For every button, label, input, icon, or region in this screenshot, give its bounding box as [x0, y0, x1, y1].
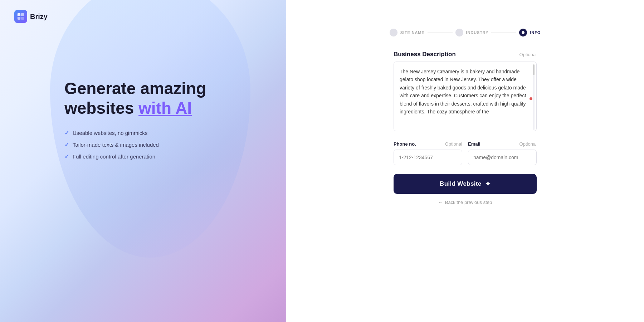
fields-row: Phone no. Optional Email Optional — [394, 141, 537, 165]
phone-field-group: Phone no. Optional — [394, 141, 462, 165]
step-industry: INDUSTRY — [455, 29, 489, 36]
hero-content: Generate amazing websites with AI ✓ Usea… — [64, 79, 206, 160]
check-icon-2: ✓ — [64, 141, 69, 148]
email-input[interactable] — [468, 150, 537, 165]
step-label-info: INFO — [530, 30, 541, 35]
phone-header: Phone no. Optional — [394, 141, 462, 147]
step-info: INFO — [519, 29, 541, 36]
scrollbar-thumb — [533, 64, 535, 75]
build-website-button[interactable]: Build Website ✦ — [394, 174, 537, 194]
hero-title-accent: with AI — [138, 99, 192, 117]
email-field-group: Email Optional — [468, 141, 537, 165]
step-site-name: SITE NAME — [390, 29, 425, 36]
back-link[interactable]: ← Back the previous step — [394, 200, 537, 205]
sparkle-icon: ✦ — [485, 180, 491, 188]
svg-rect-1 — [21, 13, 24, 16]
build-button-label: Build Website — [440, 180, 482, 187]
back-arrow-icon: ← — [438, 200, 443, 205]
feature-text-3: Full editing control after generation — [73, 153, 155, 160]
feature-item-1: ✓ Useable websites, no gimmicks — [64, 130, 206, 136]
hero-title: Generate amazing websites with AI — [64, 79, 206, 118]
business-description-header: Business Description Optional — [394, 51, 537, 58]
step-label-site-name: SITE NAME — [400, 30, 425, 35]
logo-text: Brizy — [30, 13, 48, 21]
business-description-title: Business Description — [394, 51, 456, 58]
feature-item-2: ✓ Tailor-made texts & images included — [64, 141, 206, 148]
svg-rect-0 — [18, 13, 20, 16]
step-connector-1 — [428, 33, 453, 33]
phone-optional: Optional — [445, 141, 462, 147]
hero-title-line1: Generate amazing — [64, 79, 206, 98]
logo-icon — [14, 10, 27, 23]
email-label: Email — [468, 141, 480, 147]
scrollbar-track — [533, 64, 535, 130]
left-panel: Brizy Generate amazing websites with AI … — [0, 0, 286, 322]
email-optional: Optional — [519, 141, 537, 147]
feature-text-1: Useable websites, no gimmicks — [73, 130, 147, 136]
phone-label: Phone no. — [394, 141, 416, 147]
textarea-wrapper: The New Jersey Creamery is a bakery and … — [394, 62, 537, 133]
email-header: Email Optional — [468, 141, 537, 147]
logo: Brizy — [14, 10, 48, 23]
business-description-optional: Optional — [519, 52, 537, 57]
step-circle-industry — [455, 29, 463, 36]
business-description-textarea[interactable]: The New Jersey Creamery is a bakery and … — [394, 62, 537, 131]
hero-title-line2: websites — [64, 99, 138, 117]
svg-rect-3 — [21, 17, 24, 20]
right-panel: SITE NAME INDUSTRY INFO Business Descrip… — [286, 0, 644, 322]
phone-input[interactable] — [394, 150, 462, 165]
scroll-dot — [530, 97, 532, 100]
svg-rect-2 — [18, 17, 20, 20]
feature-item-3: ✓ Full editing control after generation — [64, 153, 206, 160]
check-icon-3: ✓ — [64, 153, 69, 160]
form-container: Business Description Optional The New Je… — [394, 51, 537, 205]
step-label-industry: INDUSTRY — [466, 30, 489, 35]
back-link-label: Back the previous step — [445, 200, 492, 205]
step-circle-info — [519, 29, 527, 36]
step-connector-2 — [491, 33, 516, 33]
check-icon-1: ✓ — [64, 130, 69, 136]
step-circle-site-name — [390, 29, 397, 36]
feature-text-2: Tailor-made texts & images included — [73, 142, 159, 148]
features-list: ✓ Useable websites, no gimmicks ✓ Tailor… — [64, 130, 206, 160]
stepper: SITE NAME INDUSTRY INFO — [390, 29, 541, 36]
